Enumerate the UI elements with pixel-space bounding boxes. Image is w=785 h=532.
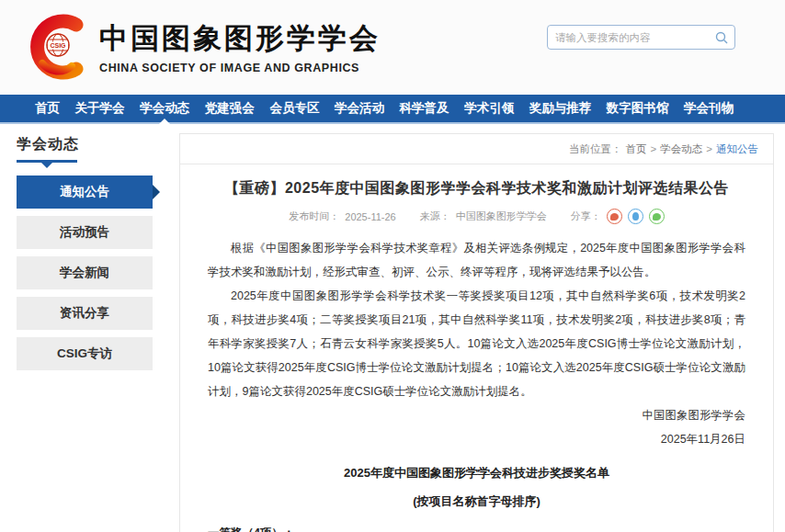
- nav-item-academic[interactable]: 学术引领: [464, 94, 514, 123]
- nav-item-journals[interactable]: 学会刊物: [684, 94, 734, 123]
- nav-item-party[interactable]: 党建强会: [205, 94, 255, 123]
- breadcrumb: 当前位置：首页>学会动态>通知公告: [180, 134, 773, 164]
- logo-title-en: CHINA SOCIETY OF IMAGE AND GRAPHICS: [99, 62, 381, 74]
- breadcrumb-prefix: 当前位置：: [569, 142, 622, 156]
- source-value: 中国图象图形学学会: [456, 209, 547, 223]
- article-meta: 发布时间：2025-11-26 来源：中国图象图形学学会 分享：: [208, 209, 745, 224]
- award-level: 一等奖（4项）：: [208, 523, 745, 532]
- article: 【重磅】2025年度中国图象图形学学会科学技术奖和激励计划评选结果公告 发布时间…: [180, 164, 773, 532]
- site-header: CSIG 中国图象图形学学会 CHINA SOCIETY OF IMAGE AN…: [0, 0, 785, 95]
- nav-item-science[interactable]: 科学普及: [400, 94, 449, 123]
- article-paragraph: 根据《中国图象图形学学会科学技术奖章程》及相关评选条例规定，2025年度中国图象…: [208, 236, 745, 284]
- breadcrumb-link-home[interactable]: 首页: [626, 142, 647, 156]
- breadcrumb-separator: >: [651, 143, 657, 154]
- source-label: 来源：: [420, 209, 450, 223]
- svg-text:CSIG: CSIG: [50, 42, 66, 49]
- sidebar-item-preview[interactable]: 活动预告: [17, 216, 153, 249]
- site-logo[interactable]: CSIG 中国图象图形学学会 CHINA SOCIETY OF IMAGE AN…: [24, 13, 381, 81]
- triangle-down-icon: [41, 163, 52, 168]
- nav-item-members[interactable]: 会员专区: [269, 94, 319, 123]
- left-column: 学会动态 通知公告活动预告学会新闻资讯分享CSIG专访: [17, 133, 153, 378]
- csig-logo-icon: CSIG: [24, 13, 92, 81]
- breadcrumb-link-dynamics[interactable]: 学会动态: [660, 142, 702, 156]
- main-area: 学会动态 通知公告活动预告学会新闻资讯分享CSIG专访 当前位置：首页>学会动态…: [0, 124, 785, 532]
- award-list-heading: 2025年度中国图象图形学学会科技进步奖授奖名单: [208, 465, 745, 481]
- section-title: 学会动态: [17, 136, 79, 152]
- sidebar-item-interview[interactable]: CSIG专访: [17, 337, 153, 370]
- share-icons: [607, 209, 665, 224]
- share-label: 分享：: [571, 209, 601, 223]
- sidebar-item-news[interactable]: 学会新闻: [17, 256, 153, 289]
- sidebar-item-share[interactable]: 资讯分享: [17, 297, 153, 330]
- publish-time-value: 2025-11-26: [345, 211, 395, 222]
- content-box: 当前位置：首页>学会动态>通知公告 【重磅】2025年度中国图象图形学学会科学技…: [179, 133, 774, 532]
- nav-item-dynamics[interactable]: 学会动态: [140, 94, 189, 123]
- article-paragraph: 2025年度中国图象图形学学会科学技术奖一等奖授奖项目12项，其中自然科学奖6项…: [208, 284, 745, 403]
- sidebar-item-notice[interactable]: 通知公告: [17, 175, 153, 209]
- search-input[interactable]: [548, 32, 709, 43]
- logo-text: 中国图象图形学学会 CHINA SOCIETY OF IMAGE AND GRA…: [99, 19, 381, 74]
- search-icon[interactable]: [709, 26, 734, 49]
- logo-title-cn: 中国图象图形学学会: [99, 19, 381, 58]
- article-title: 【重磅】2025年度中国图象图形学学会科学技术奖和激励计划评选结果公告: [208, 179, 745, 198]
- nav-item-library[interactable]: 数字图书馆: [607, 94, 669, 123]
- sidebar-menu: 通知公告活动预告学会新闻资讯分享CSIG专访: [17, 175, 153, 370]
- signature-date: 2025年11月26日: [208, 427, 745, 451]
- section-title-underline: [17, 160, 77, 163]
- breadcrumb-separator: >: [706, 143, 712, 154]
- signature: 中国图象图形学学会: [208, 403, 745, 427]
- nav-item-activities[interactable]: 学会活动: [335, 94, 384, 123]
- article-body: 根据《中国图象图形学学会科学技术奖章程》及相关评选条例规定，2025年度中国图象…: [208, 236, 745, 403]
- wechat-share-icon[interactable]: [649, 209, 665, 224]
- section-title-block: 学会动态: [17, 133, 153, 163]
- nav-item-home[interactable]: 首页: [35, 94, 60, 123]
- nav-item-about[interactable]: 关于学会: [75, 94, 125, 123]
- publish-time-label: 发布时间：: [289, 209, 339, 223]
- award-list-subheading: (按项目名称首字母排序): [208, 493, 745, 510]
- breadcrumb-link-notice[interactable]: 通知公告: [716, 142, 758, 156]
- qq-share-icon[interactable]: [628, 209, 643, 224]
- main-nav: 首页关于学会学会动态党建强会会员专区学会活动科学普及学术引领奖励与推荐数字图书馆…: [0, 95, 785, 124]
- weibo-share-icon[interactable]: [607, 209, 622, 224]
- search-box: [547, 25, 735, 50]
- page: CSIG 中国图象图形学学会 CHINA SOCIETY OF IMAGE AN…: [0, 0, 785, 532]
- nav-item-awards[interactable]: 奖励与推荐: [529, 94, 592, 123]
